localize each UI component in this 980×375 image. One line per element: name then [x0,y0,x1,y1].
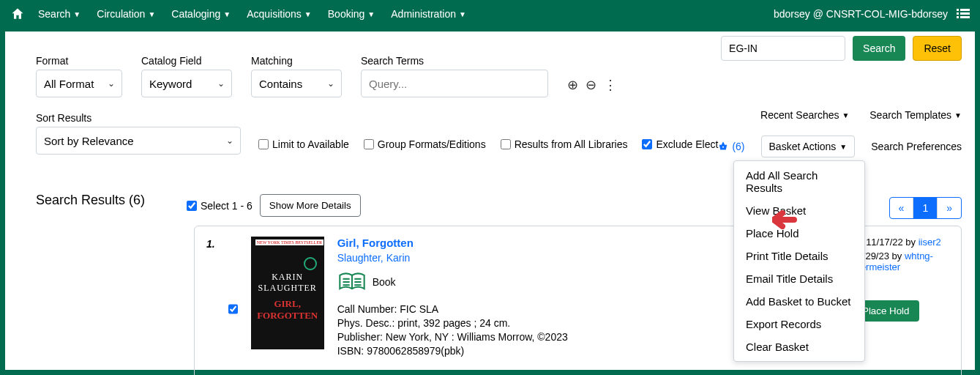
limit-available-checkbox[interactable]: Limit to Available [258,138,349,150]
nav-booking[interactable]: Booking▼ [328,8,375,20]
publisher: Publisher: New York, NY : Williams Morro… [337,331,747,343]
search-templates[interactable]: Search Templates▼ [869,109,962,121]
recent-searches[interactable]: Recent Searches▼ [760,109,849,121]
result-title-link[interactable]: Girl, Forgotten [337,237,414,249]
format-label: Book [373,276,396,288]
chevron-down-icon: ▼ [304,10,312,18]
nav-search[interactable]: Search▼ [38,8,81,20]
menu-add-bucket[interactable]: Add Basket to Bucket [734,290,864,313]
menu-add-all[interactable]: Add All Search Results [734,164,864,199]
isbn: ISBN: 9780062858979(pbk) [337,345,747,357]
menu-print-title[interactable]: Print Title Details [734,245,864,267]
menu-clear[interactable]: Clear Basket [734,335,864,358]
menu-export[interactable]: Export Records [734,313,864,335]
search-button[interactable]: Search [853,36,905,61]
nav-acquisitions[interactable]: Acquisitions▼ [247,8,312,20]
catalog-field-select[interactable]: Keyword [141,70,232,97]
cover-image: NEW YORK TIMES BESTSELLER KARIN SLAUGHTE… [251,237,324,349]
sort-select[interactable]: Sort by Relevance [36,127,241,155]
matching-select[interactable]: Contains [251,70,342,97]
more-icon[interactable]: ⋮ [604,77,617,93]
format-select[interactable]: All Format [36,70,122,97]
org-input[interactable] [721,36,845,61]
chevron-down-icon: ▼ [839,143,847,151]
matching-label: Matching [251,55,342,67]
chevron-down-icon: ▼ [842,111,849,119]
menu-email-title[interactable]: Email Title Details [734,267,864,290]
all-libraries-checkbox[interactable]: Results from All Libraries [501,138,628,150]
catalog-field-label: Catalog Field [141,55,232,67]
nav-administration[interactable]: Administration▼ [391,8,466,20]
search-terms-label: Search Terms [361,55,548,67]
chevron-down-icon: ▼ [954,111,962,119]
basket-icon[interactable]: (6) [716,140,744,153]
result-checkbox[interactable] [228,238,238,375]
chevron-down-icon: ▼ [223,10,231,18]
exclude-electronic-checkbox[interactable]: Exclude Elect [642,138,718,150]
chevron-down-icon: ▼ [148,10,155,18]
annotation-arrow [772,210,804,229]
result-number: 1. [206,238,215,375]
show-more-details-button[interactable]: Show More Details [260,194,361,217]
search-preferences[interactable]: Search Preferences [871,141,962,152]
remove-row-icon[interactable]: ⊖ [586,77,596,93]
svg-point-6 [722,146,724,148]
result-author-link[interactable]: Slaughter, Karin [337,252,747,264]
menu-icon[interactable] [957,9,970,19]
basket-count: (6) [732,141,744,152]
pagination: « 1 » [889,197,962,219]
add-row-icon[interactable]: ⊕ [567,77,578,93]
nav-circulation[interactable]: Circulation▼ [97,8,155,20]
svg-rect-4 [957,16,959,18]
pager-next[interactable]: » [938,198,961,218]
svg-rect-0 [957,9,959,11]
search-terms-input[interactable] [361,70,548,97]
reset-button[interactable]: Reset [913,36,962,61]
format-label: Format [36,55,122,67]
book-icon [337,271,367,293]
select-all-checkbox[interactable]: Select 1 - 6 [187,200,253,212]
home-icon[interactable] [10,7,25,21]
results-header: Search Results (6) [36,193,145,208]
sort-label: Sort Results [36,112,241,124]
basket-actions-menu: Add All Search Results View Basket Place… [733,160,865,362]
call-number: Call Number: FIC SLA [337,303,747,315]
phys-desc: Phys. Desc.: print, 392 pages ; 24 cm. [337,317,747,329]
user-label: bdorsey @ CNSRT-COL-MIG-bdorsey [774,8,948,20]
chevron-down-icon: ▼ [459,10,466,18]
chevron-down-icon: ▼ [73,10,81,18]
svg-rect-1 [960,9,970,11]
svg-rect-3 [960,12,970,15]
pager-prev[interactable]: « [890,198,914,218]
chevron-down-icon: ▼ [367,10,375,18]
group-formats-checkbox[interactable]: Group Formats/Editions [364,138,486,150]
created-by-link[interactable]: iiser2 [919,237,941,248]
pager-page-1[interactable]: 1 [913,198,938,218]
svg-rect-5 [960,16,970,18]
top-navbar: Search▼ Circulation▼ Cataloging▼ Acquisi… [0,0,980,31]
basket-actions-button[interactable]: Basket Actions▼ [761,135,856,157]
svg-rect-2 [957,12,959,15]
nav-cataloging[interactable]: Cataloging▼ [171,8,231,20]
